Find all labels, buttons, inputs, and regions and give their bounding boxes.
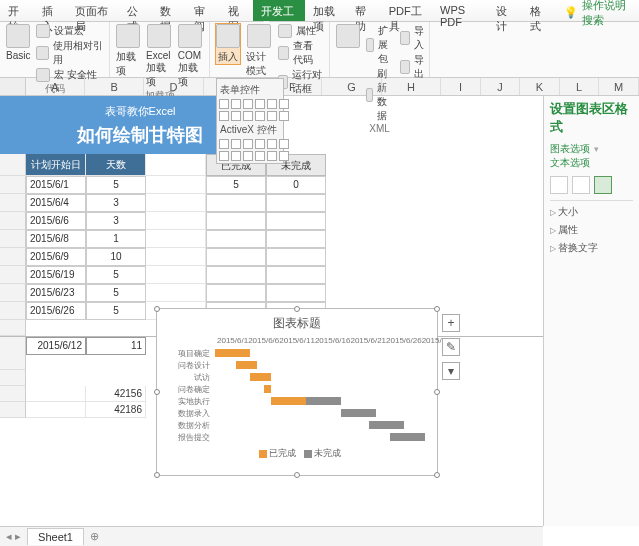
xml-source-button[interactable] — [336, 24, 360, 48]
xml-expand-button[interactable]: 扩展包 — [366, 24, 394, 66]
insert-control-button[interactable]: 插入 — [216, 24, 240, 64]
col-header[interactable]: L — [560, 78, 600, 95]
acc-size[interactable]: 大小 — [550, 205, 633, 219]
col-header[interactable]: D — [144, 78, 203, 95]
chart-bar[interactable] — [271, 397, 306, 405]
cell-value[interactable]: 42156 — [86, 386, 146, 402]
form-control-item[interactable] — [267, 111, 277, 121]
activex-control-item[interactable] — [279, 151, 289, 161]
effects-tool[interactable] — [572, 176, 590, 194]
cell-date[interactable]: 2015/6/19 — [26, 266, 86, 284]
activex-control-item[interactable] — [243, 139, 253, 149]
chart-style-button[interactable]: ✎ — [442, 338, 460, 356]
insert-control-dropdown[interactable]: 表单控件 ActiveX 控件 — [216, 78, 284, 164]
chart-bar[interactable] — [390, 433, 425, 441]
tab-layout[interactable]: 页面布局 — [67, 0, 118, 21]
col-header[interactable]: A — [26, 78, 85, 95]
form-control-item[interactable] — [279, 111, 289, 121]
cell-days[interactable]: 3 — [86, 212, 146, 230]
activex-control-item[interactable] — [243, 151, 253, 161]
cell-done[interactable] — [206, 284, 266, 302]
row-header[interactable] — [0, 212, 26, 230]
tab-help[interactable]: 帮助 — [347, 0, 381, 21]
chart-filter-button[interactable]: ▾ — [442, 362, 460, 380]
form-control-item[interactable] — [219, 111, 229, 121]
form-control-item[interactable] — [231, 111, 241, 121]
cell-date[interactable]: 2015/6/26 — [26, 302, 86, 320]
resize-handle[interactable] — [294, 306, 300, 312]
relative-ref-button[interactable]: 使用相对引用 — [36, 39, 103, 67]
activex-control-item[interactable] — [255, 151, 265, 161]
chart-bar[interactable] — [264, 385, 271, 393]
tab-wpspdf[interactable]: WPS PDF — [432, 0, 488, 21]
cell-days[interactable]: 10 — [86, 248, 146, 266]
cell-done[interactable]: 5 — [206, 176, 266, 194]
resize-handle[interactable] — [434, 306, 440, 312]
form-control-item[interactable] — [255, 99, 265, 109]
cell-undone[interactable] — [266, 212, 326, 230]
activex-control-item[interactable] — [279, 139, 289, 149]
chart-bar[interactable] — [306, 397, 341, 405]
row-header[interactable] — [0, 284, 26, 302]
row-header[interactable] — [0, 230, 26, 248]
cell-undone[interactable] — [266, 248, 326, 266]
form-control-item[interactable] — [255, 111, 265, 121]
tab-developer[interactable]: 开发工具 — [253, 0, 304, 21]
cell-undone[interactable] — [266, 230, 326, 248]
tab-insert[interactable]: 插入 — [34, 0, 68, 21]
input-date-cell[interactable]: 2015/6/12 — [26, 337, 86, 355]
col-header[interactable]: G — [322, 78, 381, 95]
cell-date[interactable]: 2015/6/8 — [26, 230, 86, 248]
gantt-chart[interactable]: 图表标题 2015/6/12015/6/62015/6/112015/6/162… — [156, 308, 438, 476]
col-header[interactable]: B — [85, 78, 144, 95]
cell-done[interactable] — [206, 230, 266, 248]
tab-review[interactable]: 审阅 — [186, 0, 220, 21]
tab-data[interactable]: 数据 — [152, 0, 186, 21]
row-header[interactable] — [0, 154, 26, 176]
chart-options-link[interactable]: 图表选项 — [550, 142, 590, 156]
cell-date[interactable]: 2015/6/9 — [26, 248, 86, 266]
addins-button[interactable]: 加载项 — [116, 24, 140, 78]
chart-bar[interactable] — [236, 361, 257, 369]
row-header[interactable] — [0, 176, 26, 194]
tab-format[interactable]: 格式 — [522, 0, 556, 21]
visual-basic-button[interactable]: Basic — [6, 24, 30, 61]
tell-me-search[interactable]: 💡 操作说明搜索 — [556, 0, 639, 21]
cell-undone[interactable] — [266, 284, 326, 302]
col-header[interactable]: M — [599, 78, 639, 95]
col-header[interactable]: I — [441, 78, 481, 95]
row-header[interactable] — [0, 194, 26, 212]
fill-outline-tool[interactable] — [550, 176, 568, 194]
cell-value[interactable]: 42186 — [86, 402, 146, 418]
form-control-item[interactable] — [243, 111, 253, 121]
resize-handle[interactable] — [154, 389, 160, 395]
resize-handle[interactable] — [154, 472, 160, 478]
cell-days[interactable]: 5 — [86, 266, 146, 284]
form-control-item[interactable] — [267, 99, 277, 109]
cell-date[interactable]: 2015/6/23 — [26, 284, 86, 302]
cell-done[interactable] — [206, 266, 266, 284]
activex-control-item[interactable] — [231, 139, 241, 149]
tab-pdf[interactable]: PDF工具 — [381, 0, 432, 21]
tab-design[interactable]: 设计 — [488, 0, 522, 21]
input-days-cell[interactable]: 11 — [86, 337, 146, 355]
record-macro-button[interactable]: 设置宏 — [36, 24, 103, 38]
cell-done[interactable] — [206, 194, 266, 212]
activex-control-item[interactable] — [267, 139, 277, 149]
form-control-item[interactable] — [243, 99, 253, 109]
row-header[interactable] — [0, 266, 26, 284]
chart-bar[interactable] — [215, 349, 250, 357]
cell-days[interactable]: 5 — [86, 176, 146, 194]
activex-control-item[interactable] — [219, 151, 229, 161]
tab-formula[interactable]: 公式 — [119, 0, 153, 21]
cell-undone[interactable]: 0 — [266, 176, 326, 194]
tab-view[interactable]: 视图 — [220, 0, 254, 21]
chart-bar[interactable] — [369, 421, 404, 429]
col-header[interactable]: H — [382, 78, 441, 95]
acc-alt-text[interactable]: 替换文字 — [550, 241, 633, 255]
activex-control-item[interactable] — [231, 151, 241, 161]
cell-days[interactable]: 5 — [86, 302, 146, 320]
text-options-link[interactable]: 文本选项 — [550, 156, 590, 170]
properties-button[interactable]: 属性 — [278, 24, 323, 38]
cell-done[interactable] — [206, 212, 266, 230]
